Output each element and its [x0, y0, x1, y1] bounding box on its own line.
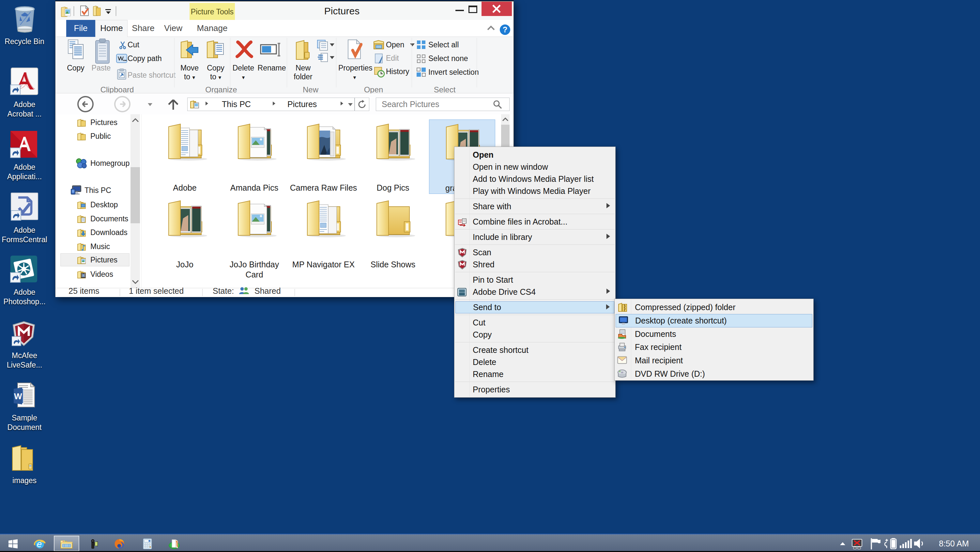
svg-text:W: W	[14, 391, 22, 401]
